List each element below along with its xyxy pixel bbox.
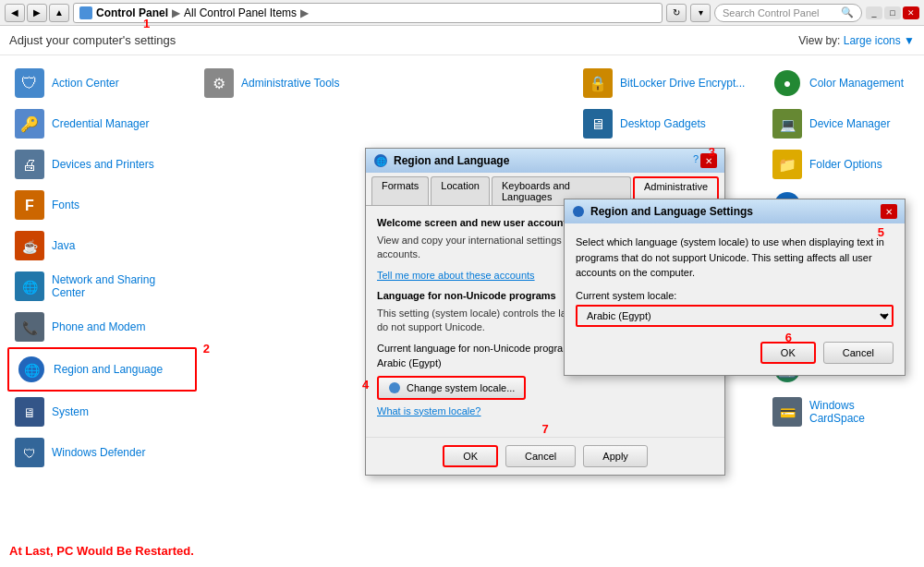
window-controls: _ □ ✕: [866, 6, 919, 19]
svg-text:🌐: 🌐: [24, 363, 41, 379]
svg-text:🖨: 🖨: [22, 157, 37, 173]
label-num4: 4: [362, 378, 369, 392]
main-content: 🛡 Action Center ⚙ Administrative Tools 🔒…: [0, 55, 924, 567]
svg-text:●: ●: [784, 76, 791, 90]
label-num1: 1: [143, 17, 150, 30]
view-by-label: View by:: [798, 34, 840, 47]
svg-text:🛡: 🛡: [21, 74, 38, 92]
cardspace-label: Windows CardSpace: [809, 399, 909, 425]
cp-item-phone-modem[interactable]: 📞 Phone and Modem: [7, 307, 197, 347]
tab-formats[interactable]: Formats: [371, 176, 429, 205]
devices-printers-icon: 🖨: [15, 150, 44, 179]
label-num5: 5: [878, 225, 884, 239]
region-lang-label: Region and Language: [54, 363, 163, 376]
svg-text:🌐: 🌐: [376, 156, 387, 167]
region-lang-icon: 🌐: [17, 355, 46, 384]
svg-text:☕: ☕: [22, 239, 39, 255]
toolbar-right: ↻ ▾: [666, 4, 711, 22]
admin-tools-icon: ⚙: [204, 68, 234, 98]
device-mgr-label: Device Manager: [809, 117, 890, 130]
breadcrumb-sep: ▶: [172, 6, 180, 19]
change-locale-icon: [388, 381, 401, 394]
cp-item-fonts[interactable]: F Fonts: [7, 185, 197, 225]
nav-buttons: ◀ ▶ ▲: [5, 4, 69, 22]
dialog-rl-ok[interactable]: OK: [443, 445, 498, 467]
cp-item-network-sharing[interactable]: 🌐 Network and Sharing Center: [7, 266, 197, 307]
dialog-rls-body: 5 Select which language (system locale) …: [565, 223, 905, 375]
cp-item-region-lang[interactable]: 🌐 Region and Language 2: [7, 347, 197, 392]
desktop-gadgets-icon: 🖥: [583, 109, 613, 139]
bitlocker-icon: 🔒: [583, 68, 613, 98]
svg-text:💻: 💻: [780, 117, 796, 133]
sub-header: Adjust your computer's settings View by:…: [0, 26, 924, 55]
breadcrumb-all[interactable]: All Control Panel Items: [184, 6, 297, 19]
cp-item-action-center[interactable]: 🛡 Action Center: [7, 63, 197, 103]
label-num7: 7: [541, 422, 548, 436]
rls-desc-wrap: 5 Select which language (system locale) …: [576, 235, 894, 281]
cardspace-icon: 💳: [772, 397, 802, 427]
cp-item-cardspace[interactable]: 💳 Windows CardSpace: [765, 392, 917, 432]
svg-text:🔒: 🔒: [589, 75, 607, 92]
back-button[interactable]: ◀: [5, 4, 25, 22]
cp-item-folder-options[interactable]: 📁 Folder Options: [765, 144, 917, 185]
tab-location[interactable]: Location: [431, 176, 490, 205]
svg-point-52: [389, 382, 400, 393]
breadcrumb-cp[interactable]: Control Panel: [96, 6, 168, 19]
cp-item-system[interactable]: 🖥 System: [7, 392, 197, 432]
svg-text:🖥: 🖥: [23, 405, 36, 420]
cp-item-java[interactable]: ☕ Java: [7, 225, 197, 266]
system-label: System: [52, 405, 89, 418]
cp-item-credential[interactable]: 🔑 Credential Manager: [7, 103, 197, 144]
dialog-rl-icon: 🌐: [373, 153, 388, 168]
color-mgmt-icon: ●: [772, 68, 802, 98]
dialog-rl-apply[interactable]: Apply: [583, 445, 648, 467]
up-button[interactable]: ▲: [49, 4, 69, 22]
forward-button[interactable]: ▶: [27, 4, 47, 22]
cp-item-defender[interactable]: 🛡 Windows Defender: [7, 432, 197, 473]
desktop-gadgets-label: Desktop Gadgets: [620, 117, 706, 130]
section2-link[interactable]: What is system locale?: [377, 405, 713, 416]
svg-text:🌐: 🌐: [22, 280, 39, 296]
close-button[interactable]: ✕: [903, 6, 919, 19]
address-bar: ◀ ▶ ▲ Control Panel ▶ All Control Panel …: [0, 0, 924, 26]
refresh-button[interactable]: ↻: [666, 4, 687, 22]
folder-options-label: Folder Options: [809, 158, 882, 171]
previous-locations-button[interactable]: ▾: [690, 4, 711, 22]
maximize-button[interactable]: □: [884, 6, 901, 19]
rls-cancel-button[interactable]: Cancel: [823, 342, 894, 364]
action-center-label: Action Center: [52, 77, 119, 90]
cp-item-bitlocker[interactable]: 🔒 BitLocker Drive Encrypt...: [576, 63, 765, 103]
defender-label: Windows Defender: [52, 446, 145, 459]
cp-item-admin-tools[interactable]: ⚙ Administrative Tools: [197, 63, 386, 103]
cp-item-devices-printers[interactable]: 🖨 Devices and Printers: [7, 144, 197, 185]
label-num3: 3: [709, 145, 715, 159]
dialog-rls-icon: [572, 205, 585, 218]
rls-locale-select[interactable]: Arabic (Egypt) English (United States): [576, 305, 894, 327]
network-sharing-icon: 🌐: [15, 271, 44, 301]
folder-options-icon: 📁: [772, 150, 802, 179]
credential-icon: 🔑: [15, 109, 44, 139]
page-title: Adjust your computer's settings: [9, 33, 176, 47]
minimize-button[interactable]: _: [866, 6, 882, 19]
svg-text:📞: 📞: [22, 320, 39, 336]
view-mode-link[interactable]: Large icons ▼: [844, 34, 915, 47]
change-locale-row: 4 Change system locale...: [377, 376, 713, 400]
admin-tools-label: Administrative Tools: [241, 77, 340, 90]
dialog-rls-close[interactable]: ✕: [881, 204, 897, 219]
dialog-rl-help[interactable]: ?: [693, 153, 699, 168]
rls-desc: Select which language (system locale) to…: [576, 235, 894, 281]
dialog-rl-cancel[interactable]: Cancel: [505, 445, 576, 467]
dialog-rl-buttons: OK Cancel Apply: [366, 437, 724, 475]
search-bar[interactable]: Search Control Panel 🔍: [714, 4, 862, 22]
change-locale-button[interactable]: Change system locale...: [377, 376, 526, 400]
cp-item-device-mgr[interactable]: 💻 Device Manager: [765, 103, 917, 144]
phone-modem-label: Phone and Modem: [52, 320, 145, 333]
credential-label: Credential Manager: [52, 117, 149, 130]
cp-item-color-mgmt[interactable]: ● Color Management: [765, 63, 917, 103]
dialog-rl-titlebar: 🌐 Region and Language ? ✕: [366, 149, 724, 173]
view-by-control[interactable]: View by: Large icons ▼: [798, 34, 915, 47]
fonts-label: Fonts: [52, 199, 79, 211]
rls-ok-button[interactable]: OK: [760, 342, 816, 364]
svg-point-53: [573, 206, 584, 217]
cp-item-desktop-gadgets[interactable]: 🖥 Desktop Gadgets: [576, 103, 765, 144]
